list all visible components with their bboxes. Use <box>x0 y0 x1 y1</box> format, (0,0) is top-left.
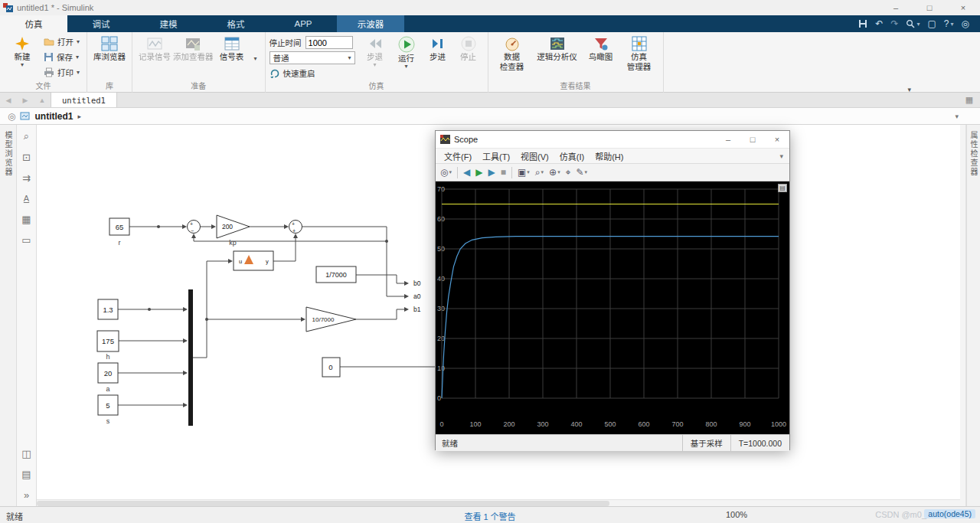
tab-format[interactable]: 格式 <box>202 15 270 32</box>
scope-titlebar[interactable]: Scope – □ × <box>436 131 789 148</box>
print-button[interactable]: 打印▾ <box>41 64 83 80</box>
svg-text:1.3: 1.3 <box>103 306 113 314</box>
sim-mode-select[interactable]: 普通 ▾ <box>270 51 355 64</box>
sum1-block[interactable]: + − <box>188 221 201 234</box>
nav-back-icon[interactable]: ◀ <box>0 93 17 107</box>
tab-scope[interactable]: 示波器 <box>337 15 404 32</box>
scope-menu-simulation[interactable]: 仿真(I) <box>554 150 590 162</box>
breadcrumb-model[interactable]: untitled1 <box>34 111 73 122</box>
scope-stop-icon[interactable]: ■ <box>501 167 506 178</box>
viewmarks-tool-icon[interactable]: ▤ <box>20 467 34 481</box>
step-back-button[interactable]: 步退 ▾ <box>360 32 390 81</box>
tab-simulation[interactable]: 仿真 <box>0 15 67 32</box>
vertical-scrollbar[interactable] <box>960 125 966 506</box>
save-button[interactable]: 保存▾ <box>41 49 83 64</box>
gain-10-7000-block[interactable]: 10/7000 <box>306 307 356 332</box>
tab-debug[interactable]: 调试 <box>67 15 135 32</box>
panel-layout-icon[interactable]: ▦ <box>959 93 980 107</box>
library-browser-button[interactable]: 库浏览器 <box>91 32 128 81</box>
annotation-tool-icon[interactable]: A <box>20 191 34 205</box>
constant-b0-block[interactable]: 1/7000 <box>316 266 356 283</box>
step-forward-button[interactable]: 步进 <box>423 32 453 81</box>
scope-menu-view[interactable]: 视图(V) <box>515 150 554 162</box>
simulation-manager-button[interactable]: 仿真 管理器 <box>619 32 659 81</box>
nav-forward-icon[interactable]: ▶ <box>17 93 34 107</box>
log-signals-button[interactable]: 记录信号 <box>136 32 173 81</box>
close-button[interactable]: × <box>946 0 980 15</box>
property-inspector-strip[interactable]: 属性检查器 <box>966 125 980 506</box>
scope-step-forward-icon[interactable]: ▶ <box>488 167 495 178</box>
warning-link[interactable]: 查看 1 个警告 <box>464 510 515 522</box>
breadcrumb-caret-icon[interactable]: ▸ <box>77 113 81 120</box>
constant-r-block[interactable]: 65 r <box>109 218 129 247</box>
screenshot-tool-icon[interactable]: ◫ <box>20 446 34 460</box>
logic-analyzer-button[interactable]: 逻辑分析仪 <box>532 32 583 81</box>
scope-run-icon[interactable]: ▶ <box>475 167 482 178</box>
scope-measurements-icon[interactable]: ✎▾ <box>576 167 587 178</box>
scope-maximize-button[interactable]: □ <box>740 132 765 147</box>
horizontal-scrollbar[interactable] <box>37 499 960 506</box>
focus-icon[interactable]: ◎ <box>8 111 15 122</box>
scope-config-icon[interactable]: ◎▾ <box>440 167 452 178</box>
signal-wires[interactable] <box>118 227 435 405</box>
help-icon[interactable]: ?▾ <box>944 18 954 29</box>
breadcrumb-options-icon[interactable]: ▾ <box>955 113 959 120</box>
constant-a-block[interactable]: 20 a <box>98 363 118 393</box>
scope-menu-help[interactable]: 帮助(H) <box>590 150 629 162</box>
fast-restart-toggle[interactable]: 快速重启 <box>270 67 355 80</box>
profile-icon[interactable]: ◎ <box>962 18 969 29</box>
solver-indicator[interactable]: auto(ode45) <box>924 509 975 518</box>
scope-window[interactable]: Scope – □ × 文件(F) 工具(T) 视图(V) 仿真(I) 帮助(H… <box>435 130 790 450</box>
add-viewer-button[interactable]: 添加查看器 <box>173 32 214 81</box>
nav-up-icon[interactable]: ▲ <box>34 93 51 107</box>
stop-button[interactable]: 停止 <box>453 32 484 81</box>
run-button[interactable]: 运行 ▾ <box>390 32 423 81</box>
redo-icon[interactable]: ↷ <box>890 18 898 29</box>
minimize-button[interactable]: – <box>879 0 913 15</box>
quick-save-icon[interactable] <box>858 19 867 28</box>
zoom-tool-icon[interactable]: ⌕ <box>20 129 34 143</box>
scope-menu-file[interactable]: 文件(F) <box>439 150 477 162</box>
scope-plot[interactable]: 0102030405060700100200300400500600700800… <box>436 181 789 434</box>
scope-step-back-icon[interactable]: ◀ <box>463 167 470 178</box>
prepare-more-button[interactable]: ▾ <box>250 32 261 81</box>
new-button[interactable]: 新建 ▾ <box>4 32 41 81</box>
open-button[interactable]: 打开▾ <box>41 34 83 49</box>
undo-icon[interactable]: ↶ <box>875 18 883 29</box>
search-icon[interactable]: ▾ <box>906 19 920 28</box>
sum2-block[interactable]: + + <box>289 221 302 234</box>
scope-menu-collapse-icon[interactable]: ▾ <box>779 152 783 160</box>
stop-time-input[interactable] <box>305 36 353 49</box>
expand-tools-icon[interactable]: » <box>20 488 34 502</box>
tab-apps[interactable]: APP <box>270 15 337 32</box>
mux-block[interactable] <box>188 289 193 426</box>
signal-table-button[interactable]: 信号表 <box>214 32 250 81</box>
scope-close-button[interactable]: × <box>765 132 789 147</box>
scope-plot-area[interactable]: 0102030405060700100200300400500600700800… <box>436 181 789 434</box>
maximize-button[interactable]: □ <box>913 0 946 15</box>
document-tab-untitled1[interactable]: untitled1 <box>51 93 117 107</box>
birds-eye-button[interactable]: 鸟瞰图 <box>583 32 619 81</box>
fit-view-icon[interactable]: ⊡ <box>20 150 34 164</box>
scope-zoom-icon[interactable]: ⌕▾ <box>535 167 544 178</box>
scope-axes-menu-icon[interactable]: ▤ <box>778 184 787 192</box>
area-tool-icon[interactable]: ▭ <box>20 233 34 247</box>
scope-style-icon[interactable]: ▣▾ <box>518 167 530 178</box>
constant-zero-block[interactable]: 0 <box>322 358 340 377</box>
library-browser-icon <box>101 36 118 51</box>
constant-s-block[interactable]: 5 s <box>98 395 118 425</box>
route-tool-icon[interactable]: ⇉ <box>20 171 34 185</box>
scope-pan-icon[interactable]: ⊕▾ <box>549 167 560 178</box>
scope-minimize-button[interactable]: – <box>716 132 740 147</box>
tab-modeling[interactable]: 建模 <box>135 15 202 32</box>
model-browser-strip[interactable]: 模型浏览器 <box>0 125 17 506</box>
gain-kp-block[interactable]: 200 kp <box>217 215 250 247</box>
constant-c1-block[interactable]: 1.3 <box>98 299 118 319</box>
data-inspector-button[interactable]: 数据 检查器 <box>492 32 532 81</box>
layout-icon[interactable]: ▢ <box>927 18 936 29</box>
matlab-function-block[interactable]: u y <box>234 251 273 270</box>
constant-h-block[interactable]: 175 h <box>97 331 119 361</box>
scope-menu-tools[interactable]: 工具(T) <box>477 150 515 162</box>
image-tool-icon[interactable]: ▦ <box>20 212 34 226</box>
scope-cursors-icon[interactable]: ⌖ <box>566 167 571 178</box>
